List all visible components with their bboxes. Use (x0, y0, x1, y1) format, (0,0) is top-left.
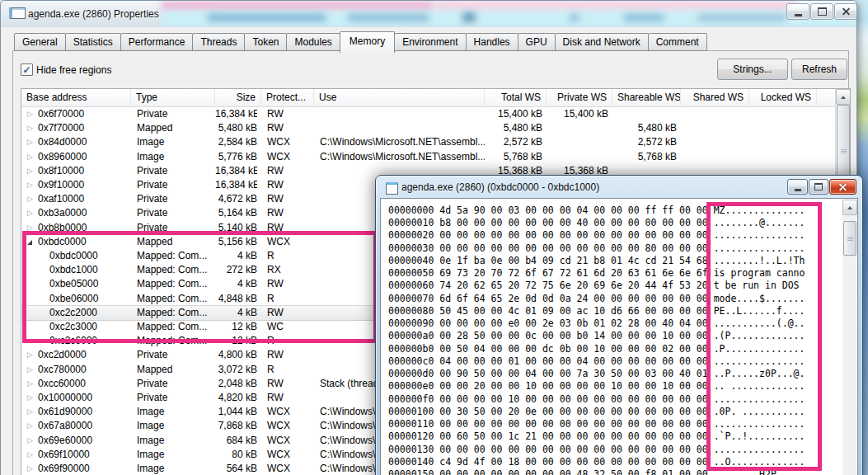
screen: agenda.exe (2860) Properties GeneralStat… (0, 0, 868, 475)
tab-modules[interactable]: Modules (286, 33, 340, 51)
cell-protect: RW (261, 377, 314, 391)
column-header-shareable[interactable]: Shareable WS (612, 89, 681, 106)
cell-type: Image (131, 419, 215, 433)
hide-free-regions-label: Hide free regions (36, 64, 111, 76)
tab-statistics[interactable]: Statistics (65, 33, 121, 51)
memory-row-0x6f70000[interactable]: ▷0x6f70000Private16,384 kBRW15,400 kB15,… (21, 107, 836, 121)
cell-type: Private (131, 164, 215, 178)
expand-icon[interactable]: ▷ (27, 462, 33, 475)
blur-blob (347, 14, 429, 21)
expand-icon[interactable]: ▷ (27, 135, 33, 149)
hex-scrollbar-thumb[interactable] (843, 221, 856, 256)
column-header-base[interactable]: Base address (21, 89, 131, 106)
expand-icon[interactable]: ▷ (27, 363, 33, 377)
cell-type: Image (131, 462, 215, 475)
hex-minimize-button[interactable] (787, 179, 808, 195)
tab-disk-and-network[interactable]: Disk and Network (555, 33, 649, 51)
column-header-size[interactable]: Size (215, 89, 261, 106)
cell-protect: RW (261, 348, 314, 362)
memory-row-0x8960000[interactable]: ▷0x8960000Image5,776 kBWCXC:\Windows\Mic… (21, 150, 836, 164)
cell-use: C:\Windows\Microsoft.NET\assembl... (314, 150, 485, 164)
close-icon (842, 7, 851, 16)
cell-type: Private (131, 391, 215, 405)
hex-titlebar[interactable]: agenda.exe (2860) (0xbdc0000 - 0xbdc1000… (376, 176, 862, 199)
cell-size: 4,800 kB (215, 348, 257, 362)
maximize-button[interactable] (810, 3, 833, 20)
expand-icon[interactable]: ▷ (27, 192, 33, 206)
hex-close-button[interactable] (829, 179, 856, 195)
hex-caption-buttons (786, 179, 856, 195)
minimize-icon (795, 14, 802, 16)
expand-icon[interactable]: ▷ (27, 391, 33, 405)
hex-scrollbar[interactable] (842, 200, 856, 475)
expand-icon[interactable]: ▷ (27, 178, 33, 192)
cell-type: Mapped (131, 121, 215, 135)
expand-icon[interactable]: ▷ (27, 448, 33, 462)
highlight-box-memory-rows (22, 231, 378, 343)
expand-icon[interactable]: ▷ (27, 107, 33, 121)
expand-icon[interactable]: ▷ (27, 405, 33, 419)
strings-button[interactable]: Strings... (717, 59, 788, 80)
cell-base-address: 0x69f90000 (38, 462, 131, 475)
tab-handles[interactable]: Handles (466, 33, 518, 51)
cell-base-address: 0x8960000 (38, 150, 131, 164)
column-header-total[interactable]: Total WS (485, 89, 547, 106)
expand-icon[interactable]: ▷ (27, 419, 33, 433)
cell-protect: RW (261, 121, 314, 135)
blur-blob (207, 14, 326, 21)
tab-general[interactable]: General (14, 33, 66, 51)
expand-icon[interactable]: ▷ (27, 150, 33, 164)
cell-protect: WCX (261, 462, 314, 475)
tab-threads[interactable]: Threads (192, 33, 245, 51)
cell-type: Private (131, 377, 215, 391)
cell-size: 564 kB (215, 462, 257, 475)
properties-titlebar[interactable]: agenda.exe (2860) Properties (1, 1, 856, 27)
cell-type: Private (131, 178, 215, 192)
tab-gpu[interactable]: GPU (518, 33, 556, 51)
column-header-type[interactable]: Type (131, 89, 215, 106)
column-header-protect[interactable]: Protect... (261, 89, 314, 106)
expand-icon[interactable]: ▷ (27, 434, 33, 448)
memory-row-0x84d0000[interactable]: ▷0x84d0000Image2,584 kBWCXC:\Windows\Mic… (21, 135, 836, 149)
cell-base-address: 0x7f70000 (38, 121, 131, 135)
cell-base-address: 0x84d0000 (38, 135, 131, 149)
tab-memory[interactable]: Memory (340, 31, 395, 53)
tab-token[interactable]: Token (244, 33, 287, 51)
hex-scroll-up-button[interactable] (842, 200, 857, 215)
scroll-up-button[interactable] (836, 89, 851, 105)
expand-icon[interactable]: ▷ (27, 377, 33, 391)
cell-shareable: 2,572 kB (612, 135, 677, 149)
cell-base-address: 0xc780000 (38, 363, 131, 377)
column-header-use[interactable]: Use (314, 89, 485, 106)
hex-maximize-button[interactable] (809, 179, 828, 195)
cell-protect: WCX (261, 434, 314, 448)
expand-icon[interactable]: ▷ (27, 121, 33, 135)
column-header-locked[interactable]: Locked WS (749, 89, 817, 106)
cell-protect: RW (261, 178, 314, 192)
cell-base-address: 0xaf10000 (38, 192, 131, 206)
cell-protect: WCX (261, 150, 314, 164)
cell-type: Private (131, 192, 215, 206)
cell-type: Private (131, 348, 215, 362)
cell-size: 16,384 kB (215, 178, 257, 192)
hide-free-regions-checkbox[interactable]: ✓ (21, 63, 33, 76)
tab-environment[interactable]: Environment (394, 33, 466, 51)
refresh-button[interactable]: Refresh (791, 59, 847, 80)
arrow-up-icon (847, 206, 852, 209)
cell-total: 5,480 kB (485, 121, 542, 135)
minimize-button[interactable] (786, 3, 809, 20)
column-header-shared[interactable]: Shared WS (681, 89, 749, 106)
cell-type: Image (131, 150, 215, 164)
expand-icon[interactable]: ▷ (27, 348, 33, 362)
close-button[interactable] (834, 3, 856, 20)
tab-comment[interactable]: Comment (648, 33, 707, 51)
cell-base-address: 0x8f10000 (38, 164, 131, 178)
memory-row-0x7f70000[interactable]: ▷0x7f70000Mapped5,480 kBRW5,480 kB5,480 … (21, 121, 836, 135)
cell-type: Image (131, 434, 215, 448)
expand-icon[interactable]: ▷ (27, 164, 33, 178)
cell-shareable: 5,768 kB (612, 150, 677, 164)
column-header-private[interactable]: Private WS (547, 89, 612, 106)
cell-protect: RW (261, 391, 314, 405)
expand-icon[interactable]: ▷ (27, 206, 33, 220)
tab-performance[interactable]: Performance (120, 33, 194, 51)
